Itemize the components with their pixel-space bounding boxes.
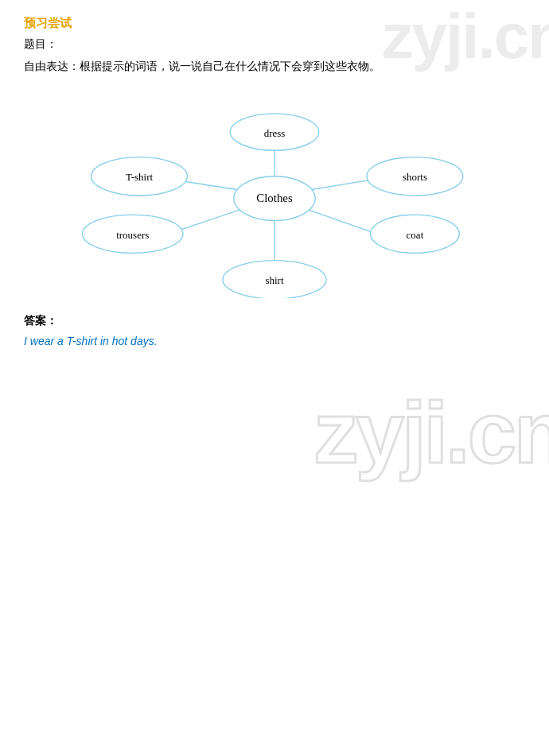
svg-text:trousers: trousers xyxy=(116,229,149,241)
answer-text: I wear a T-shirt in hot days. xyxy=(24,335,525,347)
answer-label: 答案： xyxy=(24,314,525,328)
svg-text:dress: dress xyxy=(264,127,286,139)
question-label: 题目： xyxy=(24,37,525,52)
section-title: 预习尝试 xyxy=(24,16,525,31)
watermark-bottom: zyji.cn xyxy=(314,382,549,483)
svg-text:shorts: shorts xyxy=(403,172,427,184)
svg-text:coat: coat xyxy=(407,229,424,241)
svg-text:Clothes: Clothes xyxy=(256,192,293,205)
svg-text:shirt: shirt xyxy=(265,275,283,287)
svg-text:T-shirt: T-shirt xyxy=(126,172,154,184)
question-text: 自由表达：根据提示的词语，说一说自己在什么情况下会穿到这些衣物。 xyxy=(24,58,525,76)
mindmap: Clothes dress T-shirt shorts trousers co… xyxy=(28,91,521,298)
